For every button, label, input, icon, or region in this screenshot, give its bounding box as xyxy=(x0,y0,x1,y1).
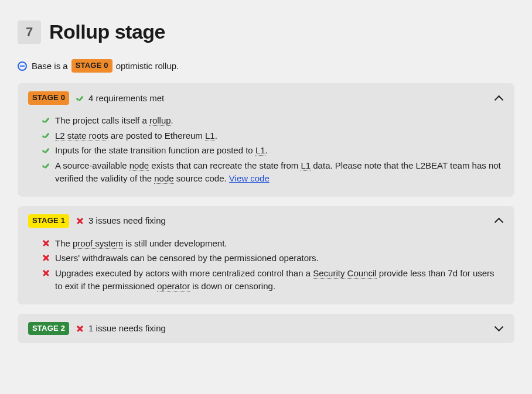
requirement-text: Upgrades executed by actors with more ce… xyxy=(55,267,504,293)
glossary-term[interactable]: L1 xyxy=(255,145,265,156)
stage-card-header[interactable]: STAGE 04 requirements met xyxy=(18,83,514,113)
info-circle-icon xyxy=(18,61,27,71)
stage-card-stage0: STAGE 04 requirements metThe project cal… xyxy=(18,83,514,197)
section-heading: 7 Rollup stage xyxy=(18,18,514,46)
stage-status: 4 requirements met xyxy=(76,92,164,105)
glossary-term[interactable]: node xyxy=(129,160,149,171)
glossary-term[interactable]: L1 xyxy=(301,160,311,171)
cross-icon xyxy=(42,254,50,262)
check-icon xyxy=(42,132,50,139)
check-icon xyxy=(76,94,84,102)
stage-badge: STAGE 0 xyxy=(28,91,69,105)
requirement-text: The project calls itself a rollup. xyxy=(55,114,504,127)
requirements-list: The project calls itself a rollup.L2 sta… xyxy=(42,113,504,186)
requirement-text: A source-available node exists that can … xyxy=(55,159,504,185)
section-number: 7 xyxy=(18,20,41,44)
stage-status-text: 4 requirements met xyxy=(88,92,164,105)
cross-icon xyxy=(42,239,50,247)
glossary-term[interactable]: rollup xyxy=(149,115,171,126)
stage-badge: STAGE 2 xyxy=(28,322,69,335)
stage-card-stage1: STAGE 13 issues need fixingThe proof sys… xyxy=(18,206,514,304)
cross-icon xyxy=(42,269,50,277)
intro-stage-badge: STAGE 0 xyxy=(71,59,112,73)
stage-status-text: 1 issue needs fixing xyxy=(88,322,166,335)
intro-line: Base is a STAGE 0 optimistic rollup. xyxy=(18,59,514,73)
glossary-term[interactable]: operator xyxy=(157,281,190,292)
check-icon xyxy=(42,162,50,169)
view-code-link[interactable]: View code xyxy=(229,173,270,183)
glossary-term[interactable]: Security Council xyxy=(313,268,376,279)
stage-status-text: 3 issues need fixing xyxy=(88,214,166,227)
stage-badge: STAGE 1 xyxy=(28,214,69,228)
cross-icon xyxy=(76,217,84,225)
requirement-text: L2 state roots are posted to Ethereum L1… xyxy=(55,129,504,142)
section-title: Rollup stage xyxy=(49,18,165,46)
glossary-term[interactable]: L1 xyxy=(205,131,215,141)
chevron-up-icon[interactable] xyxy=(495,216,504,225)
requirement-text: Users' withdrawals can be censored by th… xyxy=(55,252,504,265)
cross-icon xyxy=(76,325,84,333)
stage-card-header[interactable]: STAGE 21 issue needs fixing xyxy=(18,314,514,344)
intro-prefix: Base is a xyxy=(32,60,68,73)
requirement-item: Inputs for the state transition function… xyxy=(42,143,504,158)
requirements-list: The proof system is still under developm… xyxy=(42,236,504,294)
requirement-item: Upgrades executed by actors with more ce… xyxy=(42,266,504,294)
requirement-item: The project calls itself a rollup. xyxy=(42,113,504,128)
stage-status: 1 issue needs fixing xyxy=(76,322,166,335)
check-icon xyxy=(42,117,50,124)
glossary-term[interactable]: node xyxy=(154,173,173,184)
stage-card-stage2: STAGE 21 issue needs fixing xyxy=(18,314,514,344)
stage-card-body: The project calls itself a rollup.L2 sta… xyxy=(18,113,514,197)
intro-suffix: optimistic rollup. xyxy=(116,60,179,73)
rollup-stage-section: 7 Rollup stage Base is a STAGE 0 optimis… xyxy=(18,18,514,343)
requirement-item: A source-available node exists that can … xyxy=(42,158,504,186)
glossary-term[interactable]: proof system xyxy=(73,238,123,249)
check-icon xyxy=(42,146,50,154)
stage-status: 3 issues need fixing xyxy=(76,214,166,227)
requirement-text: Inputs for the state transition function… xyxy=(55,144,504,157)
requirement-item: The proof system is still under developm… xyxy=(42,236,504,251)
stage-card-body: The proof system is still under developm… xyxy=(18,236,514,304)
glossary-term[interactable]: L2 state roots xyxy=(55,131,108,141)
requirement-item: L2 state roots are posted to Ethereum L1… xyxy=(42,128,504,143)
requirement-item: Users' withdrawals can be censored by th… xyxy=(42,251,504,266)
requirement-text: The proof system is still under developm… xyxy=(55,237,504,250)
stage-card-header[interactable]: STAGE 13 issues need fixing xyxy=(18,206,514,236)
chevron-down-icon[interactable] xyxy=(495,324,504,333)
chevron-up-icon[interactable] xyxy=(495,94,504,103)
